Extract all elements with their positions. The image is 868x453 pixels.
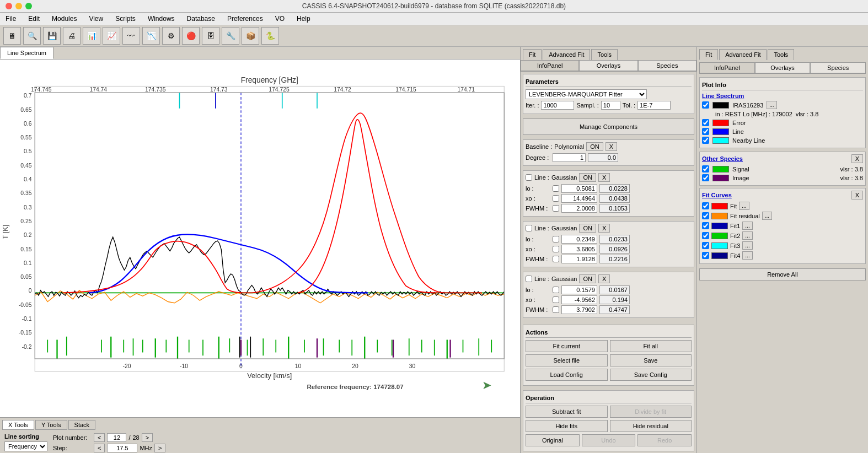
fit-curve-fit-cb[interactable] [702, 202, 709, 209]
line-sorting-select[interactable]: Frequency [4, 441, 47, 451]
tab-x-tools[interactable]: X Tools [2, 420, 34, 430]
toolbar-btn-5[interactable]: 📊 [83, 27, 100, 45]
fit-curve-fit2-cb[interactable] [702, 232, 709, 239]
save-config-button[interactable]: Save Config [610, 369, 692, 381]
divide-by-fit-button[interactable]: Divide by fit [610, 406, 692, 418]
line1-x-button[interactable]: X [598, 173, 610, 182]
line1-fwhm-cb[interactable] [553, 205, 559, 212]
menu-preferences[interactable]: Preferences [225, 14, 265, 24]
menu-database[interactable]: Database [185, 14, 217, 24]
line1-xo-cb[interactable] [553, 195, 559, 202]
tol-input[interactable] [637, 101, 671, 110]
plot-next-button[interactable]: > [142, 433, 153, 442]
line2-fwhm-cb[interactable] [553, 256, 559, 262]
menu-vo[interactable]: VO [273, 14, 287, 24]
line2-lo-cb[interactable] [553, 236, 559, 242]
line2-x-button[interactable]: X [598, 224, 610, 233]
toolbar-btn-2[interactable]: 🔍 [23, 27, 41, 45]
toolbar-btn-14[interactable]: 🐍 [261, 27, 279, 45]
fit-curve-fit1-cb[interactable] [702, 222, 709, 229]
toolbar-btn-11[interactable]: 🗄 [202, 27, 219, 45]
subtab-overlays[interactable]: Overlays [579, 60, 637, 71]
samp-input[interactable] [601, 101, 620, 110]
line1-lo-input[interactable] [561, 184, 597, 193]
toolbar-btn-12[interactable]: 🔧 [222, 27, 239, 45]
toolbar-btn-6[interactable]: 📈 [103, 27, 120, 45]
toolbar-btn-13[interactable]: 📦 [242, 27, 259, 45]
step-input[interactable] [107, 444, 137, 452]
toolbar-btn-3[interactable]: 💾 [43, 27, 61, 45]
fit-curve-fit4-btn[interactable]: ... [742, 251, 752, 260]
menu-modules[interactable]: Modules [50, 14, 79, 24]
maximize-button[interactable] [25, 3, 32, 9]
load-config-button[interactable]: Load Config [526, 369, 608, 381]
fit-curve-fit-btn[interactable]: ... [739, 202, 749, 210]
tab-y-tools[interactable]: Y Tools [35, 420, 67, 430]
fit-curve-fit2-btn[interactable]: ... [742, 231, 752, 240]
other-species-link[interactable]: Other Species [702, 155, 743, 162]
tab-stack[interactable]: Stack [68, 420, 96, 430]
spectrum-checkbox[interactable] [702, 101, 709, 109]
line3-checkbox[interactable] [526, 276, 532, 282]
undo-button[interactable]: Undo [582, 434, 636, 446]
hide-residual-button[interactable]: Hide residual [610, 420, 692, 432]
line3-lo-cb[interactable] [553, 287, 559, 293]
info-tab-fit[interactable]: Fit [699, 49, 718, 60]
toolbar-btn-10[interactable]: 🔴 [182, 27, 200, 45]
remove-all-button[interactable]: Remove All [699, 268, 866, 281]
step-prev-button[interactable]: < [94, 444, 105, 452]
info-subtab-infopanel[interactable]: InfoPanel [699, 62, 755, 73]
hide-fits-button[interactable]: Hide fits [526, 420, 608, 432]
close-button[interactable] [6, 3, 12, 9]
menu-help[interactable]: Help [294, 14, 313, 24]
info-tab-advanced-fit[interactable]: Advanced Fit [719, 49, 767, 60]
fit-curve-fit3-btn[interactable]: ... [742, 241, 752, 250]
fit-curve-residual-btn[interactable]: ... [762, 212, 772, 220]
degree-input[interactable] [553, 153, 586, 162]
other-species-x-button[interactable]: X [851, 154, 863, 163]
fitter-select[interactable]: LEVENBERG-MARQUARDT Fitter [526, 89, 647, 99]
baseline-on-button[interactable]: ON [586, 142, 603, 151]
subtab-infopanel[interactable]: InfoPanel [521, 60, 579, 71]
select-file-button[interactable]: Select file [526, 354, 608, 366]
line3-xo-cb[interactable] [553, 296, 559, 303]
subtract-fit-button[interactable]: Subtract fit [526, 406, 608, 418]
iter-input[interactable] [541, 101, 574, 110]
plot-prev-button[interactable]: < [94, 433, 105, 442]
spectrum-options-button[interactable]: ... [767, 101, 776, 109]
save-button[interactable]: Save [610, 354, 692, 366]
menu-view[interactable]: View [87, 14, 105, 24]
signal-checkbox[interactable] [702, 165, 709, 172]
minimize-button[interactable] [15, 3, 22, 9]
line-checkbox[interactable] [702, 128, 709, 135]
line3-lo-input[interactable] [561, 285, 597, 294]
line2-checkbox[interactable] [526, 225, 532, 231]
fit-curve-fit4-cb[interactable] [702, 252, 709, 259]
line1-fwhm-input[interactable] [561, 204, 597, 213]
fit-all-button[interactable]: Fit all [610, 340, 692, 352]
menu-scripts[interactable]: Scripts [113, 14, 138, 24]
toolbar-btn-1[interactable]: 🖥 [3, 27, 21, 45]
manage-components-button[interactable]: Manage Components [523, 118, 694, 135]
tab-line-spectrum[interactable]: Line Spectrum [0, 47, 53, 59]
info-subtab-overlays[interactable]: Overlays [755, 62, 811, 73]
toolbar-btn-7[interactable]: 〰 [122, 27, 140, 45]
fit-curve-residual-cb[interactable] [702, 212, 709, 219]
toolbar-btn-4[interactable]: 🖨 [63, 27, 81, 45]
info-subtab-species[interactable]: Species [810, 62, 866, 73]
plot-number-input[interactable] [107, 433, 126, 442]
menu-edit[interactable]: Edit [26, 14, 42, 24]
line2-xo-input[interactable] [561, 245, 597, 254]
line3-xo-input[interactable] [561, 295, 597, 304]
line-spectrum-link[interactable]: Line Spectrum [702, 93, 744, 99]
line1-xo-input[interactable] [561, 194, 597, 203]
line2-lo-input[interactable] [561, 235, 597, 244]
step-next-button[interactable]: > [154, 444, 165, 452]
line1-checkbox[interactable] [526, 174, 532, 181]
original-button[interactable]: Original [526, 434, 580, 446]
baseline-x-button[interactable]: X [606, 142, 617, 151]
line3-fwhm-cb[interactable] [553, 306, 559, 313]
fit-current-button[interactable]: Fit current [526, 340, 608, 352]
tab-advanced-fit[interactable]: Advanced Fit [543, 49, 590, 60]
line2-xo-cb[interactable] [553, 246, 559, 252]
